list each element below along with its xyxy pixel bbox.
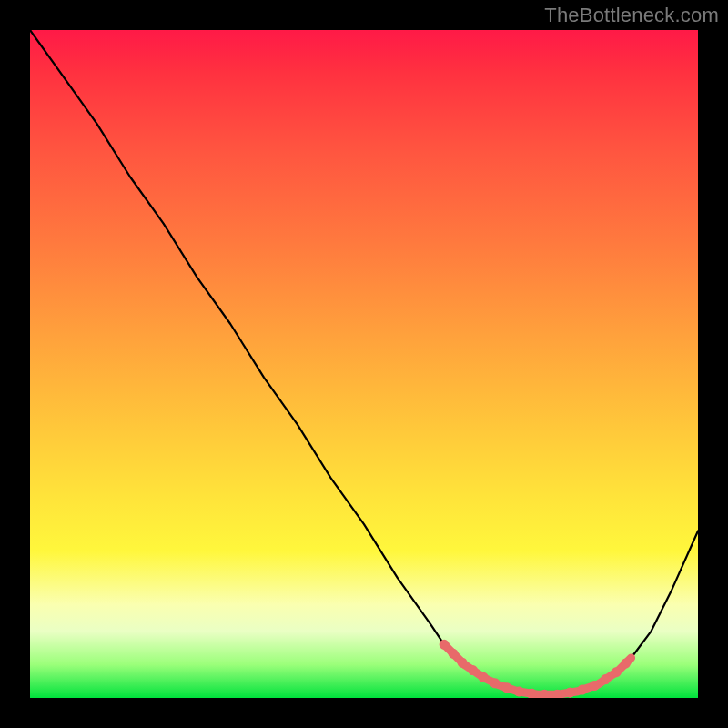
watermark-text: TheBottleneck.com [544,4,719,27]
chart-stage: TheBottleneck.com [0,0,728,728]
plot-area [30,30,698,698]
curve-layer [30,30,698,698]
highlight-dots [444,644,631,694]
bottleneck-curve [30,30,698,694]
